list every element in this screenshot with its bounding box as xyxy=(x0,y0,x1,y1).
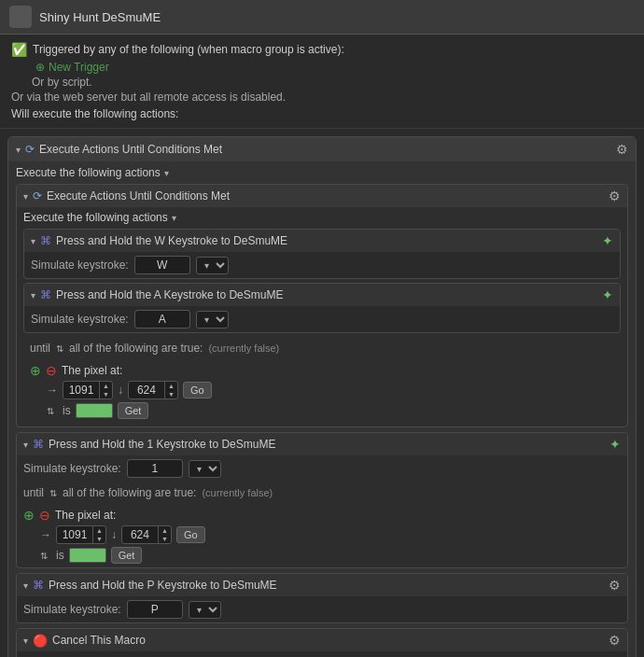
keystroke-p-body: Simulate keystroke: ▾ xyxy=(17,596,627,622)
until-2-row: until ⇅ all of the following are true: (… xyxy=(17,482,627,504)
pixel-x-input-2[interactable]: ▲ ▼ xyxy=(56,525,106,544)
trigger-checkbox-row: ✅ Triggered by any of the following (whe… xyxy=(11,42,633,57)
go-button-1[interactable]: Go xyxy=(183,382,212,398)
pixel-x-arrow-2: → xyxy=(40,528,51,541)
get-button-2[interactable]: Get xyxy=(111,547,143,564)
outer-action-block: ▾ ⟳ Execute Actions Until Conditions Met… xyxy=(7,136,637,657)
pixel-at-text-2: The pixel at: xyxy=(55,509,116,522)
keystroke-w-select[interactable]: ▾ xyxy=(196,257,229,274)
keystroke-1-star: ✦ xyxy=(609,437,621,452)
keystroke-1-input[interactable] xyxy=(127,459,183,478)
keystroke-w-header: ▾ ⌘ Press and Hold the W Keystroke to De… xyxy=(24,230,620,252)
keystroke-p-block: ▾ ⌘ Press and Hold the P Keystroke to De… xyxy=(16,573,628,623)
cancel-block: ▾ 🔴 Cancel This Macro ⚙ ⇅ Cancel This Ma… xyxy=(16,628,628,657)
keystroke-w-star: ✦ xyxy=(602,233,613,248)
outer-block-header: ▾ ⟳ Execute Actions Until Conditions Met… xyxy=(8,137,636,161)
or-script-label: Or by script. xyxy=(32,76,633,89)
pixel-plus-icon-1[interactable]: ⊕ xyxy=(30,363,41,378)
keystroke-1-simulate-label: Simulate keystroke: xyxy=(23,462,121,475)
outer-execute-label: Execute the following actions ▾ xyxy=(16,166,628,179)
keystroke-a-simulate-label: Simulate keystroke: xyxy=(31,313,129,326)
y-spin-down-1[interactable]: ▼ xyxy=(165,390,177,398)
until-1-state: (currently false) xyxy=(208,342,279,354)
keystroke-a-star: ✦ xyxy=(602,287,613,302)
keystroke-a-input[interactable] xyxy=(134,310,190,328)
keystroke-1-header: ▾ ⌘ Press and Hold the 1 Keystroke to De… xyxy=(17,433,627,455)
inner-execute-arrow[interactable]: ▾ xyxy=(172,213,176,223)
keystroke-1-chevron[interactable]: ▾ xyxy=(23,440,28,450)
keystroke-a-chevron[interactable]: ▾ xyxy=(31,290,35,301)
title-bar-title: Shiny Hunt DeSmuME xyxy=(39,10,161,24)
pixel-x-arrow-1: → xyxy=(47,384,58,397)
is-spinner-2[interactable]: ⇅ xyxy=(40,551,48,561)
x-spin-up-2[interactable]: ▲ xyxy=(93,526,105,535)
keystroke-w-input[interactable] xyxy=(134,256,190,274)
pixel-minus-icon-1[interactable]: ⊖ xyxy=(46,363,57,378)
pixel-minus-icon-2[interactable]: ⊖ xyxy=(39,508,50,523)
cancel-chevron[interactable]: ▾ xyxy=(23,636,28,646)
get-button-1[interactable]: Get xyxy=(118,402,149,419)
trigger-section: ✅ Triggered by any of the following (whe… xyxy=(0,35,644,129)
keystroke-p-input[interactable] xyxy=(127,600,183,619)
inner-gear-icon[interactable]: ⚙ xyxy=(609,189,621,203)
x-spin-down-1[interactable]: ▼ xyxy=(100,390,112,398)
go-button-2[interactable]: Go xyxy=(176,526,205,543)
pixel-y-input-2[interactable]: ▲ ▼ xyxy=(121,525,172,544)
color-swatch-1 xyxy=(76,403,113,418)
y-spin-down-2[interactable]: ▼ xyxy=(159,535,171,543)
pixel-y-input-1[interactable]: ▲ ▼ xyxy=(128,381,178,399)
pixel-at-text-1: The pixel at: xyxy=(62,364,122,377)
y-spin-up-2[interactable]: ▲ xyxy=(159,526,171,535)
keystroke-p-header: ▾ ⌘ Press and Hold the P Keystroke to De… xyxy=(17,574,627,596)
keystroke-w-icon: ⌘ xyxy=(40,234,51,247)
keystroke-p-chevron[interactable]: ▾ xyxy=(23,580,28,591)
keystroke-a-header: ▾ ⌘ Press and Hold the A Keystroke to De… xyxy=(24,284,620,306)
keystroke-1-block: ▾ ⌘ Press and Hold the 1 Keystroke to De… xyxy=(16,432,628,568)
keystroke-a-title: Press and Hold the A Keystroke to DeSmuM… xyxy=(56,288,283,301)
pixel-is-row-1: ⇅ is Get xyxy=(47,402,614,419)
cancel-icon: 🔴 xyxy=(33,634,48,648)
pixel-block-2: ⊕ ⊖ The pixel at: → ▲ ▼ ↓ xyxy=(17,504,627,567)
keystroke-w-body: Simulate keystroke: ▾ xyxy=(24,252,620,278)
until-1-spinner[interactable]: ⇅ xyxy=(56,343,63,354)
until-2-spinner[interactable]: ⇅ xyxy=(49,488,57,498)
x-spin-up-1[interactable]: ▲ xyxy=(100,382,112,390)
new-trigger-button[interactable]: New Trigger xyxy=(35,61,109,74)
pixel-y-arrow-1: ↓ xyxy=(118,384,123,397)
x-spin-down-2[interactable]: ▼ xyxy=(93,535,105,543)
inner-loop-icon: ⟳ xyxy=(33,189,42,203)
pixel-x-input-1[interactable]: ▲ ▼ xyxy=(63,381,113,399)
triggered-label: Triggered by any of the following (when … xyxy=(33,43,344,56)
trigger-checkbox[interactable]: ✅ xyxy=(11,42,27,57)
y-spin-up-1[interactable]: ▲ xyxy=(165,382,177,390)
outer-loop-icon: ⟳ xyxy=(25,143,35,156)
until-1-condition: all of the following are true: xyxy=(69,342,203,355)
until-2-label: until xyxy=(23,486,44,499)
pixel-is-row-2: ⇅ is Get xyxy=(40,547,621,564)
keystroke-a-select[interactable]: ▾ xyxy=(196,311,229,328)
until-2-condition: all of the following are true: xyxy=(63,486,196,499)
will-execute-label: Will execute the following actions: xyxy=(11,107,633,120)
inner-action-block: ▾ ⟳ Execute Actions Until Conditions Met… xyxy=(16,184,628,427)
keystroke-1-select[interactable]: ▾ xyxy=(189,460,221,478)
outer-block-chevron[interactable]: ▾ xyxy=(16,145,21,155)
keystroke-a-icon: ⌘ xyxy=(40,288,51,301)
keystroke-p-gear[interactable]: ⚙ xyxy=(609,578,621,593)
keystroke-p-select[interactable]: ▾ xyxy=(189,601,221,619)
outer-execute-arrow[interactable]: ▾ xyxy=(164,168,169,178)
is-label-2: is xyxy=(56,549,64,562)
main-content: ▾ ⟳ Execute Actions Until Conditions Met… xyxy=(0,129,644,657)
pixel-y-arrow-2: ↓ xyxy=(111,528,117,541)
outer-gear-icon[interactable]: ⚙ xyxy=(616,142,628,157)
inner-execute-label: Execute the following actions ▾ xyxy=(23,211,621,224)
keystroke-w-block: ▾ ⌘ Press and Hold the W Keystroke to De… xyxy=(23,229,621,279)
pixel-plus-icon-2[interactable]: ⊕ xyxy=(23,508,35,523)
inner-block-chevron[interactable]: ▾ xyxy=(23,191,28,202)
keystroke-1-icon: ⌘ xyxy=(33,438,44,451)
is-spinner-1[interactable]: ⇅ xyxy=(47,406,54,416)
cancel-gear[interactable]: ⚙ xyxy=(609,633,621,648)
until-2-state: (currently false) xyxy=(202,487,273,498)
inner-block-header: ▾ ⟳ Execute Actions Until Conditions Met… xyxy=(17,185,627,207)
pixel-row-1: ⊕ ⊖ The pixel at: xyxy=(30,363,614,378)
keystroke-w-chevron[interactable]: ▾ xyxy=(31,236,35,246)
